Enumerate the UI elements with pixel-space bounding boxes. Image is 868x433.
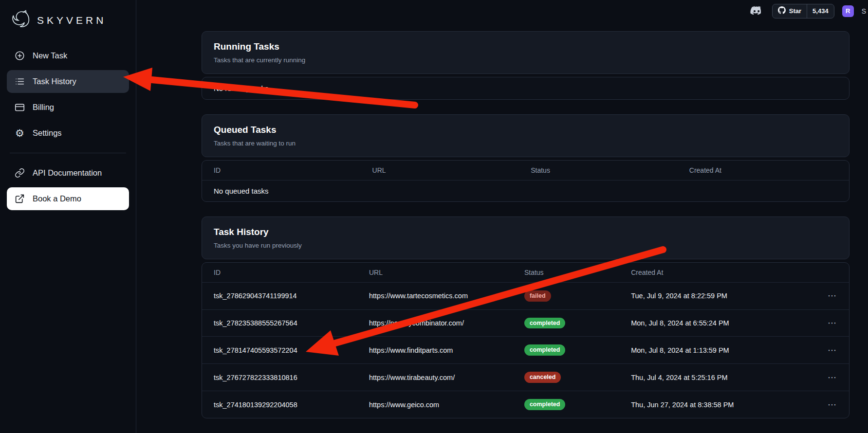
- task-id: tsk_276727822333810816: [202, 364, 357, 391]
- task-url: https://www.tirabeauty.com/: [357, 364, 513, 391]
- external-link-icon: [14, 193, 25, 204]
- status-badge: completed: [524, 344, 566, 356]
- column-header-status: Status: [519, 161, 678, 180]
- running-tasks-header: Running Tasks Tasks that are currently r…: [202, 31, 850, 74]
- github-star-button[interactable]: Star 5,434: [772, 4, 834, 18]
- sidebar-item-label: Billing: [33, 103, 54, 112]
- sidebar-item-settings[interactable]: ⚙ Settings: [7, 122, 129, 144]
- status-badge: completed: [524, 318, 566, 329]
- task-url: https://www.geico.com: [357, 391, 513, 418]
- sidebar-item-label: API Documentation: [33, 168, 102, 178]
- running-tasks-empty: No running tasks: [202, 77, 849, 99]
- sidebar-item-label: Task History: [33, 77, 76, 86]
- task-row[interactable]: tsk_274180139292204058 https://www.geico…: [202, 391, 849, 418]
- app-root: SKYVERN New Task Task History: [0, 0, 868, 433]
- column-header-url: URL: [357, 263, 513, 283]
- task-created-at: Mon, Jul 8, 2024 at 1:13:59 PM: [619, 337, 807, 364]
- column-header-id: ID: [202, 263, 357, 283]
- status-badge: failed: [524, 290, 551, 302]
- row-actions-menu-icon[interactable]: ⋯: [807, 309, 849, 337]
- task-url: https://www.tartecosmetics.com: [357, 282, 513, 309]
- queued-tasks-header-row: ID URL Status Created At: [202, 161, 849, 180]
- task-id: tsk_278235388555267564: [202, 309, 357, 337]
- github-icon: [778, 6, 786, 16]
- column-header-created-at: Created At: [619, 263, 807, 283]
- column-header-url: URL: [361, 161, 519, 180]
- task-id: tsk_274180139292204058: [202, 391, 357, 418]
- task-row[interactable]: tsk_276727822333810816 https://www.tirab…: [202, 364, 849, 391]
- skyvern-dragon-icon: [10, 10, 31, 31]
- sidebar-item-task-history[interactable]: Task History: [7, 70, 129, 93]
- sidebar: SKYVERN New Task Task History: [0, 0, 136, 433]
- avatar[interactable]: R: [842, 5, 854, 17]
- running-tasks-section: Running Tasks Tasks that are currently r…: [202, 31, 850, 100]
- task-id: tsk_278147405593572204: [202, 337, 357, 364]
- task-row[interactable]: tsk_278235388555267564 https://news.ycom…: [202, 309, 849, 337]
- task-history-header-row: ID URL Status Created At: [202, 263, 849, 283]
- brand-name: SKYVERN: [37, 15, 106, 26]
- task-id: tsk_278629043741199914: [202, 282, 357, 309]
- task-history-header: Task History Tasks you have run previous…: [202, 216, 850, 259]
- task-row[interactable]: tsk_278629043741199914 https://www.tarte…: [202, 282, 849, 309]
- credit-card-icon: [14, 102, 25, 113]
- queued-tasks-table-card: ID URL Status Created At No queued tasks: [202, 160, 850, 202]
- sidebar-item-label: Settings: [33, 128, 62, 138]
- queued-tasks-empty: No queued tasks: [202, 180, 849, 201]
- column-header-created-at: Created At: [678, 161, 849, 180]
- row-actions-menu-icon[interactable]: ⋯: [807, 391, 849, 418]
- gear-icon: ⚙: [14, 127, 25, 139]
- sidebar-item-api-documentation[interactable]: API Documentation: [7, 162, 129, 184]
- queued-tasks-section: Queued Tasks Tasks that are waiting to r…: [202, 114, 850, 202]
- row-actions-menu-icon[interactable]: ⋯: [807, 282, 849, 309]
- queued-tasks-subtitle: Tasks that are waiting to run: [214, 140, 837, 147]
- sidebar-item-label: New Task: [33, 51, 67, 60]
- task-created-at: Thu, Jun 27, 2024 at 8:38:58 PM: [619, 391, 807, 418]
- skyvern-logo[interactable]: SKYVERN: [6, 7, 130, 43]
- task-created-at: Mon, Jul 8, 2024 at 6:55:24 PM: [619, 309, 807, 337]
- github-star-label-part: Star: [773, 4, 807, 18]
- book-a-demo-button[interactable]: Book a Demo: [7, 187, 129, 210]
- column-header-actions: [807, 263, 849, 283]
- running-tasks-body: No running tasks: [202, 77, 850, 100]
- partial-username: S: [862, 7, 866, 15]
- task-created-at: Thu, Jul 4, 2024 at 5:25:16 PM: [619, 364, 807, 391]
- content: Running Tasks Tasks that are currently r…: [136, 22, 868, 433]
- column-header-id: ID: [202, 161, 361, 180]
- column-header-status: Status: [513, 263, 619, 283]
- sidebar-item-new-task[interactable]: New Task: [7, 44, 129, 67]
- queued-tasks-empty-row: No queued tasks: [202, 180, 849, 201]
- task-history-subtitle: Tasks you have run previously: [214, 242, 837, 249]
- queued-tasks-header: Queued Tasks Tasks that are waiting to r…: [202, 114, 850, 157]
- row-actions-menu-icon[interactable]: ⋯: [807, 337, 849, 364]
- plus-circle-icon: [14, 50, 25, 61]
- link-icon: [14, 167, 25, 179]
- main-area: Star 5,434 R S Running Tasks Tasks that …: [136, 0, 868, 433]
- github-star-count: 5,434: [807, 4, 834, 18]
- sidebar-divider: [10, 153, 126, 153]
- running-tasks-title: Running Tasks: [214, 41, 837, 52]
- list-icon: [14, 76, 25, 87]
- status-badge: canceled: [524, 372, 561, 383]
- task-history-section: Task History Tasks you have run previous…: [202, 216, 850, 418]
- task-row[interactable]: tsk_278147405593572204 https://www.findi…: [202, 337, 849, 364]
- task-url: https://www.finditparts.com: [357, 337, 513, 364]
- status-badge: completed: [524, 399, 566, 410]
- task-url: https://news.ycombinator.com/: [357, 309, 513, 337]
- queued-tasks-title: Queued Tasks: [214, 125, 837, 135]
- sidebar-item-billing[interactable]: Billing: [7, 96, 129, 119]
- github-star-label: Star: [789, 7, 801, 15]
- task-history-table: ID URL Status Created At tsk_27862904374…: [202, 263, 849, 418]
- sidebar-item-label: Book a Demo: [33, 194, 81, 203]
- running-tasks-subtitle: Tasks that are currently running: [214, 56, 837, 64]
- row-actions-menu-icon[interactable]: ⋯: [807, 364, 849, 391]
- task-created-at: Tue, Jul 9, 2024 at 8:22:59 PM: [619, 282, 807, 309]
- topbar: Star 5,434 R S: [136, 0, 868, 22]
- queued-tasks-table: ID URL Status Created At No queued tasks: [202, 161, 849, 201]
- task-history-title: Task History: [214, 227, 837, 237]
- discord-icon[interactable]: [750, 5, 764, 17]
- task-history-table-card: ID URL Status Created At tsk_27862904374…: [202, 262, 850, 418]
